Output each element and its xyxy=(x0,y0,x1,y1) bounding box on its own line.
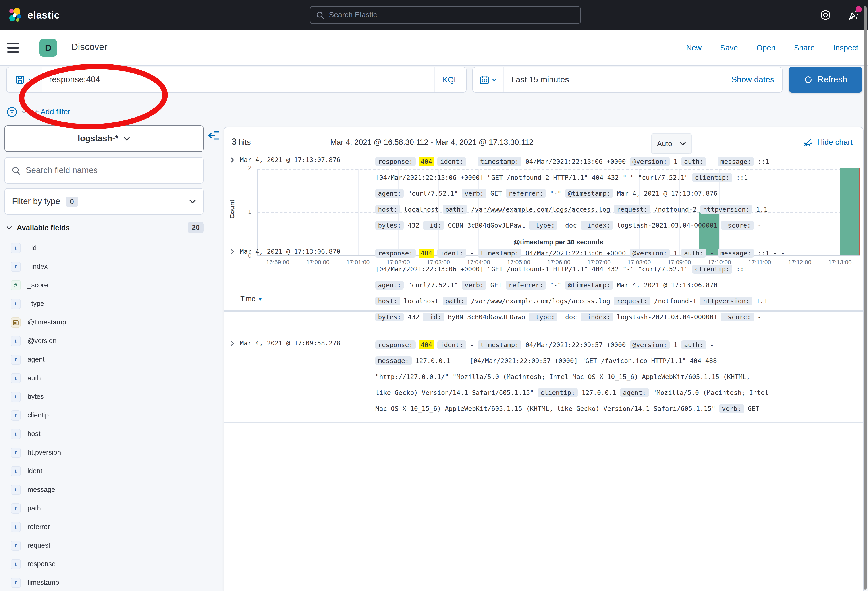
string-token-icon: t xyxy=(10,355,21,365)
field-item[interactable]: ttimestamp xyxy=(10,573,201,591)
index-pattern-select[interactable]: logstash-* xyxy=(4,125,204,152)
inspect-button[interactable]: Inspect xyxy=(833,43,858,52)
field-key-badge: response: xyxy=(375,157,415,166)
field-value: "-" xyxy=(550,190,561,197)
field-item[interactable]: trequest xyxy=(10,536,201,555)
field-key-badge: @version: xyxy=(630,249,670,258)
filter-by-type-dropdown[interactable]: Filter by type 0 xyxy=(4,188,204,215)
query-language-button[interactable]: KQL xyxy=(434,67,466,92)
field-value: CCBN_3cB04dGovJLPawl xyxy=(448,222,525,229)
field-key-badge: timestamp: xyxy=(478,249,522,258)
expand-row-button[interactable] xyxy=(227,245,240,325)
field-value: ::1 - - xyxy=(758,250,785,257)
calendar-glyph xyxy=(12,319,19,326)
refresh-button[interactable]: Refresh xyxy=(789,67,862,93)
field-key-badge: request: xyxy=(614,297,650,306)
string-token-icon: t xyxy=(10,578,21,588)
field-value: 432 xyxy=(407,222,419,229)
field-value: 127.0.0.1 xyxy=(582,389,616,396)
string-token-icon: t xyxy=(10,447,21,458)
available-fields-header[interactable]: Available fields 20 xyxy=(6,222,204,233)
filter-type-count-badge: 0 xyxy=(65,197,78,207)
field-key-badge: agent: xyxy=(375,281,404,290)
global-search-input[interactable]: Search Elastic xyxy=(310,6,581,24)
kibana-discover-app: elastic Search Elastic xyxy=(0,0,868,591)
field-value: _doc xyxy=(561,313,577,321)
collapse-sidebar-button[interactable] xyxy=(208,130,220,141)
string-token-icon: t xyxy=(10,503,21,513)
expand-row-button[interactable] xyxy=(227,154,240,233)
field-item[interactable]: thttpversion xyxy=(10,443,201,462)
filter-settings-icon[interactable] xyxy=(6,106,18,118)
field-item[interactable]: tident xyxy=(10,462,201,480)
field-key-badge: response: xyxy=(375,249,415,258)
field-key-badge: _id: xyxy=(423,221,444,230)
field-value: [04/Mar/2021:22:13:06 +0000] "GET /notfo… xyxy=(375,266,688,273)
row-source: response: 404 ident: - timestamp: 04/Mar… xyxy=(375,337,863,417)
field-item[interactable]: thost xyxy=(10,424,201,443)
field-item[interactable]: tclientip xyxy=(10,406,201,424)
field-item[interactable]: t@version xyxy=(10,332,201,350)
field-item[interactable]: tmessage xyxy=(10,480,201,499)
field-key-badge: clientip: xyxy=(692,173,732,182)
field-item[interactable]: tbytes xyxy=(10,387,201,406)
field-value: 1.1 xyxy=(756,206,768,213)
field-name: response xyxy=(27,560,56,568)
add-filter-button[interactable]: + Add filter xyxy=(34,108,70,117)
share-button[interactable]: Share xyxy=(794,43,815,52)
discover-app-badge[interactable]: D xyxy=(39,39,57,57)
chevron-down-icon xyxy=(492,77,497,82)
field-key-badge: verb: xyxy=(719,404,744,413)
expand-row-button[interactable] xyxy=(227,337,240,417)
string-token-icon: t xyxy=(10,392,21,402)
field-key-badge: agent: xyxy=(375,189,404,198)
time-picker-calendar-button[interactable] xyxy=(473,67,504,92)
menu-button[interactable] xyxy=(7,43,19,53)
show-dates-button[interactable]: Show dates xyxy=(731,75,774,84)
field-value: - xyxy=(757,313,761,321)
string-token-icon: t xyxy=(10,559,21,569)
field-name: @version xyxy=(27,337,56,345)
field-value: like Gecko) Version/14.1 Safari/605.1.15… xyxy=(375,389,534,396)
field-item[interactable]: @timestamp xyxy=(10,313,201,332)
search-icon xyxy=(316,11,325,19)
elastic-logo[interactable]: elastic xyxy=(7,0,60,30)
open-button[interactable]: Open xyxy=(756,43,775,52)
field-key-badge: _type: xyxy=(529,313,558,321)
saved-query-menu-button[interactable] xyxy=(7,67,43,92)
field-item[interactable]: t_index xyxy=(10,257,201,276)
newsfeed-button[interactable] xyxy=(847,9,859,21)
field-value: /notfound-2 xyxy=(654,206,697,213)
field-item[interactable]: #_score xyxy=(10,276,201,294)
help-button[interactable] xyxy=(820,9,831,21)
field-name: ident xyxy=(27,467,42,475)
page-scrollbar[interactable] xyxy=(864,6,867,590)
field-item[interactable]: tpath xyxy=(10,499,201,517)
field-item[interactable]: treferrer xyxy=(10,517,201,536)
new-button[interactable]: New xyxy=(686,43,701,52)
field-value: Mar 4, 2021 @ 17:13:06.870 xyxy=(617,282,717,289)
field-item[interactable]: tagent xyxy=(10,350,201,369)
field-item[interactable]: t_id xyxy=(10,239,201,257)
field-key-badge: agent: xyxy=(620,388,649,397)
time-range-value[interactable]: Last 15 minutes xyxy=(511,75,569,84)
hide-chart-button[interactable]: Hide chart xyxy=(803,137,853,148)
field-key-badge: verb: xyxy=(462,189,486,198)
field-key-badge: httpversion: xyxy=(700,297,752,306)
field-item[interactable]: t_type xyxy=(10,294,201,313)
field-item[interactable]: tauth xyxy=(10,369,201,387)
field-value: "Mozilla/5.0 (Macintosh; Intel xyxy=(652,389,769,396)
field-item[interactable]: tresponse xyxy=(10,555,201,573)
top-chrome-bar: elastic Search Elastic xyxy=(0,0,868,30)
field-value: 1 xyxy=(674,341,678,349)
field-key-badge: response: xyxy=(375,340,415,349)
field-search-input[interactable]: Search field names xyxy=(4,157,204,184)
field-name: agent xyxy=(27,356,45,363)
field-key-badge: _id: xyxy=(423,313,444,321)
field-value: Mar 4, 2021 @ 17:13:07.876 xyxy=(617,190,717,197)
save-button[interactable]: Save xyxy=(720,43,738,52)
query-input[interactable]: response:404 xyxy=(43,75,434,84)
string-token-icon: t xyxy=(10,410,21,420)
field-name: timestamp xyxy=(27,579,59,587)
date-token-icon xyxy=(10,317,21,327)
